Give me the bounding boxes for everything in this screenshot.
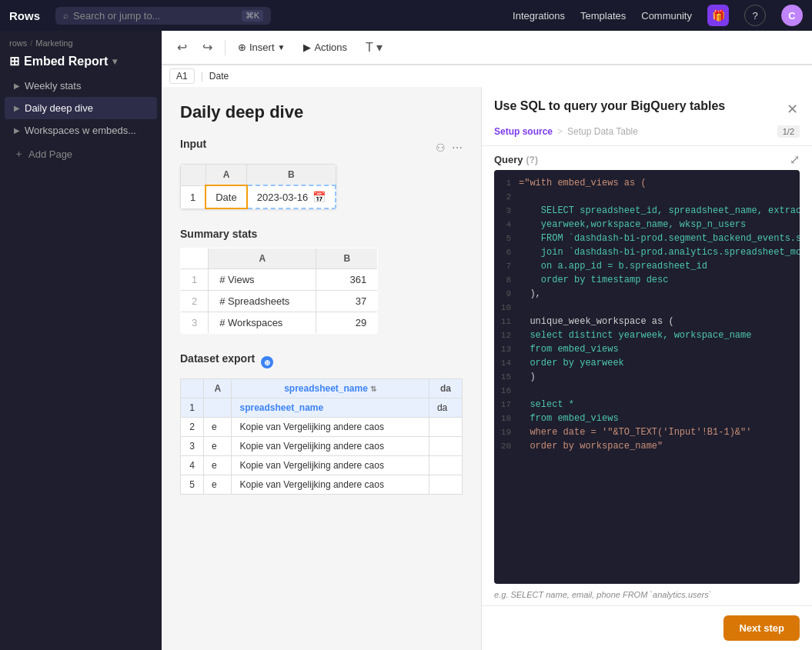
line-number: 7 [494, 259, 519, 273]
line-code [519, 301, 800, 315]
breadcrumb-section: Marketing [35, 38, 72, 48]
sort-icon: ⇅ [370, 385, 376, 393]
keyboard-shortcut: ⌘K [242, 10, 263, 22]
calendar-icon[interactable]: 📅 [312, 191, 326, 203]
input-section: Input ⚇ ⋯ A B [180, 138, 463, 209]
undo-button[interactable]: ↩ [171, 36, 193, 58]
add-page-btn[interactable]: ＋ Add Page [5, 142, 157, 166]
panel-title: Use SQL to query your BigQuery tables [494, 99, 725, 113]
panel-steps: Setup source > Setup Data Table 1/2 [482, 125, 812, 145]
filter-icon[interactable]: ⚇ [436, 142, 446, 154]
input-table: A B 1 Date [180, 164, 336, 209]
code-line: 8 order by timestamp desc [494, 273, 800, 287]
expand-button[interactable]: ⤢ [790, 152, 800, 167]
code-line: 15 ) [494, 370, 800, 384]
close-button[interactable]: ✕ [785, 99, 800, 119]
code-line: 9 ), [494, 287, 800, 301]
line-code: join `dashdash-bi-prod.analytics.spreads… [519, 245, 800, 259]
more-icon[interactable]: ⋯ [452, 142, 463, 154]
table-row: 5 e Kopie van Vergelijking andere caos [181, 475, 463, 495]
sidebar-item-label: Weekly stats [25, 80, 81, 92]
table-row: 3 e Kopie van Vergelijking andere caos [181, 437, 463, 456]
code-line: 14 order by yearweek [494, 356, 800, 370]
cell-date-label[interactable]: Date [206, 185, 246, 208]
stat-value: 361 [316, 269, 378, 291]
next-step-button[interactable]: Next step [723, 615, 800, 641]
row-number: 3 [181, 312, 209, 334]
redo-button[interactable]: ↪ [196, 36, 219, 58]
code-line: 7 on a.app_id = b.spreadsheet_id [494, 259, 800, 273]
dataset-section: Dataset export ⊕ A spreadsheet_name ⇅ [180, 352, 463, 495]
plus-circle-icon: ⊕ [238, 42, 246, 53]
search-bar[interactable]: ⌕ Search or jump to... ⌘K [55, 7, 271, 25]
sidebar-title-label: Embed Report [24, 55, 108, 68]
line-code: ), [519, 287, 800, 301]
dataset-section-title: Dataset export [180, 352, 255, 365]
line-number: 11 [494, 315, 519, 328]
row-number: 2 [181, 418, 204, 437]
step-2-label: Setup Data Table [567, 126, 638, 137]
row-number: 5 [181, 475, 204, 495]
sidebar-title[interactable]: ⊞ Embed Report ▾ [0, 51, 162, 75]
gift-icon-btn[interactable]: 🎁 [707, 5, 729, 26]
plus-icon: ＋ [14, 147, 24, 161]
insert-label: Insert [249, 42, 275, 53]
export-col-b-header: spreadsheet_name ⇅ [232, 379, 429, 398]
line-number: 14 [494, 356, 519, 370]
step-1-label[interactable]: Setup source [494, 126, 553, 137]
insert-button[interactable]: ⊕ Insert ▼ [232, 38, 291, 57]
export-name-cell: Kopie van Vergelijking andere caos [232, 437, 429, 456]
code-line: 10 [494, 301, 800, 315]
sidebar-item-label: Daily deep dive [25, 102, 93, 114]
stat-label: # Spreadsheets [209, 291, 316, 312]
code-line: 2 [494, 190, 800, 204]
table-row: 1 spreadsheet_name da [181, 398, 463, 418]
nav-integrations[interactable]: Integrations [513, 10, 565, 22]
line-number: 1 [494, 176, 519, 190]
nav-community[interactable]: Community [641, 10, 692, 22]
line-number: 10 [494, 301, 519, 315]
help-icon-btn[interactable]: ? [744, 5, 766, 26]
sidebar: rows / Marketing ⊞ Embed Report ▾ ▶ Week… [0, 31, 162, 650]
cell-date-value[interactable]: 2023-03-16 📅 [247, 185, 336, 208]
sidebar-item-daily-deep-dive[interactable]: ▶ Daily deep dive [5, 97, 157, 119]
code-line: 11 unique_week_workspace as ( [494, 315, 800, 328]
line-number: 18 [494, 412, 519, 425]
code-editor[interactable]: 1 ="with embed_views as ( 2 3 SELECT spr… [494, 170, 800, 584]
table-row: 2 # Spreadsheets 37 [181, 291, 378, 312]
user-avatar[interactable]: C [781, 5, 803, 26]
line-number: 3 [494, 204, 519, 218]
export-extra-cell [429, 475, 462, 495]
row-number: 1 [181, 269, 209, 291]
nav-links: Integrations Templates Community 🎁 ? C [513, 5, 803, 26]
content-and-panel: Daily deep dive Input ⚇ ⋯ [162, 87, 812, 650]
table-row: 2 e Kopie van Vergelijking andere caos [181, 418, 463, 437]
actions-button[interactable]: ▶ Actions [294, 38, 356, 57]
panel-footer: Next step [482, 605, 812, 650]
line-number: 20 [494, 439, 519, 453]
table-row: 4 e Kopie van Vergelijking andere caos [181, 456, 463, 475]
line-code: order by workspace_name" [519, 439, 800, 453]
code-line: 20 order by workspace_name" [494, 439, 800, 453]
breadcrumb-root: rows [9, 38, 27, 48]
code-line: 13 from embed_views [494, 342, 800, 356]
summary-col-b: B [316, 248, 378, 269]
formula-bar: A1 | Date [162, 65, 812, 87]
sidebar-item-weekly-stats[interactable]: ▶ Weekly stats [5, 75, 157, 97]
line-code: select * [519, 398, 800, 412]
text-format-button[interactable]: T ▾ [359, 36, 389, 58]
search-placeholder: Search or jump to... [73, 10, 160, 22]
stat-label: # Workspaces [209, 312, 316, 334]
sidebar-item-workspaces[interactable]: ▶ Workspaces w embeds... [5, 119, 157, 142]
line-code: SELECT spreadsheet_id, spreadsheet_name,… [519, 204, 800, 218]
sidebar-caret-icon: ▾ [112, 56, 117, 67]
dataset-header: Dataset export ⊕ [180, 352, 463, 372]
export-col-c-header: da [429, 379, 462, 398]
query-text: Query [494, 154, 523, 165]
date-value: 2023-03-16 [257, 192, 309, 203]
nav-templates[interactable]: Templates [580, 10, 626, 22]
cell-reference: A1 [169, 68, 195, 84]
summary-section: Summary stats A B 1 # Views 361 2 # [180, 228, 463, 334]
summary-table: A B 1 # Views 361 2 # Spreadsheets 37 3 … [180, 248, 378, 334]
help-circle-icon[interactable]: (?) [526, 155, 538, 165]
